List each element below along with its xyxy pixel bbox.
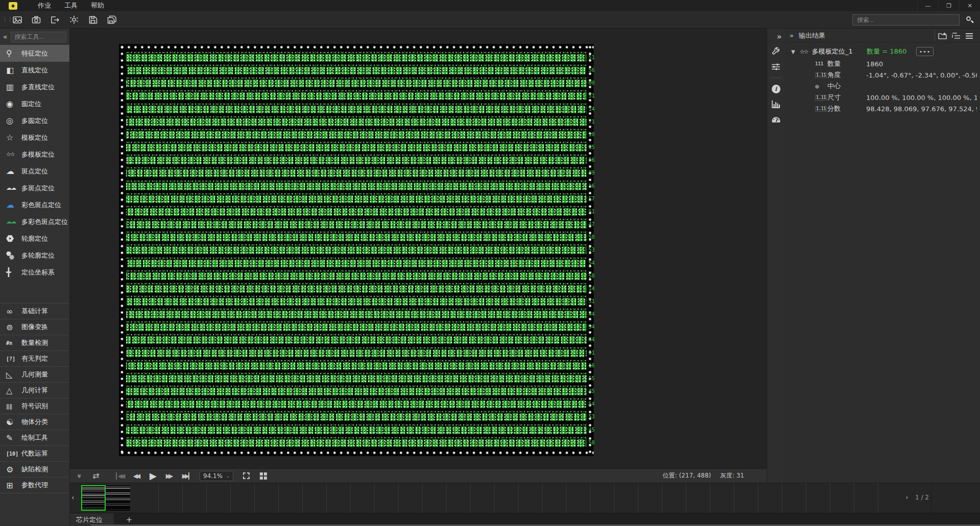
filmstrip-empty-slot[interactable] [423, 483, 447, 513]
node-more-button[interactable]: ••• [916, 47, 934, 56]
filmstrip-empty-slot[interactable] [806, 483, 830, 513]
tool-item-axis[interactable]: ╋定位坐标系 [0, 264, 69, 281]
tool-item-blob[interactable]: ☁斑点定位 [0, 163, 69, 180]
tool-item-multi-star[interactable]: ☆☆多模板定位 [0, 146, 69, 163]
export-icon[interactable] [47, 13, 63, 27]
filmstrip-empty-slot[interactable] [447, 483, 471, 513]
image-viewport[interactable]: 5156005114711055568916575147585354581451… [70, 29, 767, 468]
filmstrip-empty-slot[interactable] [327, 483, 351, 513]
step-back-button[interactable]: ◀◀ [130, 470, 143, 482]
filmstrip-empty-slot[interactable] [231, 483, 255, 513]
info-icon[interactable]: i [767, 81, 785, 96]
category-item-infinity[interactable]: ∞基础计算 [0, 304, 69, 319]
property-row-分数[interactable]: 1.11分数98.428, 98.069, 97.676, 97.524, 97… [785, 103, 980, 114]
minimize-button[interactable]: — [917, 0, 938, 11]
category-item-presence[interactable]: [?]有无判定 [0, 351, 69, 367]
save-icon[interactable] [85, 13, 101, 27]
category-item-measure[interactable]: ◺几何测量 [0, 367, 69, 383]
filmstrip-prev-button[interactable]: ‹ [71, 493, 75, 502]
category-item-draw[interactable]: ✎绘制工具 [0, 430, 69, 446]
continuous-run-icon[interactable]: ⇄ [89, 470, 103, 482]
property-row-角度[interactable]: 1.11角度-1.04°, -0.67°, -2.34°, 0.00°, -0.… [785, 69, 980, 81]
category-item-symbol[interactable]: ‖‖符号识别 [0, 398, 69, 414]
result-node-row[interactable]: ▼ ☆☆ 多模板定位_1 数量 = 1860 ••• [785, 45, 980, 58]
filmstrip-empty-slot[interactable] [663, 483, 687, 513]
global-search-input[interactable] [852, 14, 960, 26]
frame-thumbnail-selected[interactable] [81, 485, 106, 511]
filmstrip-empty-slot[interactable] [279, 483, 303, 513]
grid-view-button[interactable] [257, 470, 270, 482]
frame-thumbnail[interactable] [106, 485, 130, 511]
filmstrip-empty-slot[interactable] [495, 483, 519, 513]
menu-item-2[interactable]: 帮助 [84, 1, 111, 11]
menu-item-1[interactable]: 工具 [58, 1, 84, 11]
image-icon[interactable] [10, 13, 25, 27]
skip-to-end-button[interactable]: ▶▶ [179, 470, 192, 482]
filmstrip-empty-slot[interactable] [615, 483, 639, 513]
maximize-button[interactable]: ❐ [938, 0, 959, 11]
sliders-icon[interactable] [767, 59, 785, 74]
tool-item-multi-line[interactable]: ▥多直线定位 [0, 79, 69, 95]
menu-item-0[interactable]: 作业 [31, 1, 58, 11]
category-item-defect[interactable]: ⚙缺陷检测 [0, 462, 69, 478]
filmstrip-empty-slot[interactable] [710, 483, 734, 513]
filmstrip-empty-slot[interactable] [135, 483, 159, 513]
filmstrip-empty-slot[interactable] [351, 483, 375, 513]
settings-gear-icon[interactable] [66, 13, 82, 27]
fit-view-button[interactable] [239, 470, 253, 482]
property-row-尺寸[interactable]: 1.11尺寸100.00 %, 100.00 %, 100.00 %, 100.… [785, 92, 980, 103]
tool-item-color-blob[interactable]: ☁彩色斑点定位 [0, 196, 69, 213]
tool-item-multi-color-blob[interactable]: ☁☁多彩色斑点定位 [0, 213, 69, 230]
tool-item-circle[interactable]: ◉圆定位 [0, 95, 69, 112]
filmstrip-empty-slot[interactable] [255, 483, 279, 513]
node-expander-icon[interactable]: ▼ [791, 49, 795, 55]
list-menu-icon[interactable] [963, 31, 976, 41]
camera-icon[interactable] [29, 13, 44, 27]
filmstrip-empty-slot[interactable] [639, 483, 663, 513]
filmstrip-next-button[interactable]: › [905, 494, 908, 501]
filmstrip-empty-slot[interactable] [687, 483, 710, 513]
tool-item-pin[interactable]: ⚲特征定位 [0, 45, 69, 62]
filmstrip-empty-slot[interactable] [830, 483, 854, 513]
save-copy-icon[interactable] [104, 13, 119, 27]
search-icon[interactable] [966, 16, 974, 24]
tool-item-line[interactable]: ◧直线定位 [0, 62, 69, 79]
filmstrip-empty-slot[interactable] [854, 483, 878, 513]
category-item-proxy[interactable]: ⊞参数代理 [0, 478, 69, 493]
tool-item-star[interactable]: ☆模板定位 [0, 129, 69, 146]
sidebar-collapse-button[interactable]: « [3, 33, 11, 41]
property-row-中心[interactable]: ⊚中心 [785, 81, 980, 92]
filmstrip-empty-slot[interactable] [591, 483, 615, 513]
collapse-tree-icon[interactable] [949, 31, 963, 41]
tool-item-multi-circle[interactable]: ◎多圆定位 [0, 112, 69, 129]
filmstrip-empty-slot[interactable] [519, 483, 543, 513]
filmstrip-empty-slot[interactable] [567, 483, 591, 513]
zoom-level-select[interactable]: 94.1% ⌄ [200, 471, 233, 481]
panel-expand-icon[interactable]: » [790, 32, 794, 39]
play-button[interactable]: ▶ [146, 470, 160, 482]
wrench-icon[interactable] [767, 44, 785, 59]
filmstrip-empty-slot[interactable] [183, 483, 207, 513]
add-tab-button[interactable]: + [124, 515, 135, 525]
tool-item-multi-contour[interactable]: 多轮廓定位 [0, 247, 69, 264]
category-item-geometry[interactable]: △几何计算 [0, 383, 69, 398]
filmstrip-empty-slot[interactable] [782, 483, 806, 513]
filmstrip-empty-slot[interactable] [207, 483, 231, 513]
collapse-panel-icon[interactable]: » [73, 470, 86, 482]
add-group-icon[interactable] [936, 31, 949, 41]
category-item-count[interactable]: #n数量检测 [0, 335, 69, 351]
filmstrip-empty-slot[interactable] [734, 483, 758, 513]
filmstrip-empty-slot[interactable] [471, 483, 495, 513]
tool-item-contour[interactable]: 轮廓定位 [0, 230, 69, 247]
category-item-transform[interactable]: ⊚图像变换 [0, 319, 69, 335]
expand-panel-icon[interactable]: » [767, 29, 785, 44]
filmstrip-empty-slot[interactable] [758, 483, 782, 513]
tool-search-input[interactable] [11, 32, 66, 42]
filmstrip-empty-slot[interactable] [159, 483, 183, 513]
toolbar-drag-handle[interactable]: ⋮⋮ [2, 17, 6, 22]
filmstrip-empty-slot[interactable] [303, 483, 327, 513]
histogram-icon[interactable] [767, 96, 785, 112]
filmstrip-empty-slot[interactable] [543, 483, 567, 513]
filmstrip-empty-slot[interactable] [399, 483, 423, 513]
tool-item-multi-blob[interactable]: ☁☁多斑点定位 [0, 180, 69, 196]
